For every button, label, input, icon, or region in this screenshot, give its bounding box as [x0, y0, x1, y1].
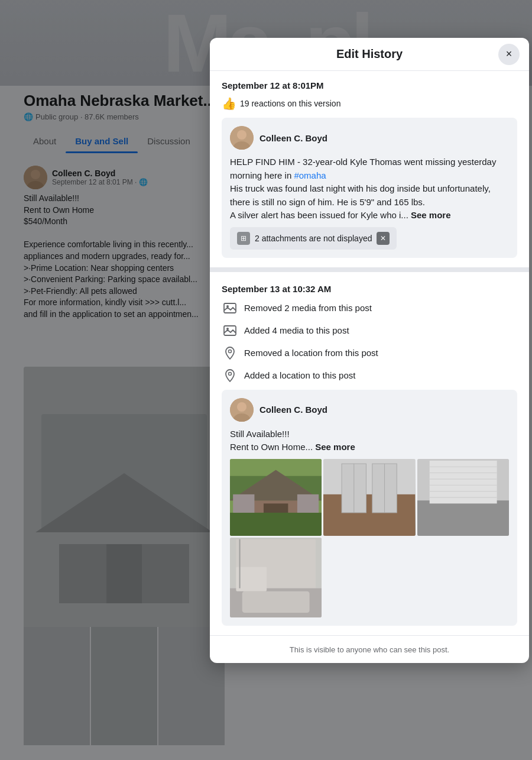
modal-title: Edit History [336, 47, 403, 61]
close-button[interactable]: × [498, 44, 520, 65]
image-grid-bottom [230, 538, 509, 617]
image-placeholder-2 [417, 538, 509, 617]
svg-point-16 [229, 372, 232, 375]
post-card-2-header: Colleen C. Boyd [230, 398, 509, 422]
post-card-2: Colleen C. Boyd Still Available!!! Rent … [222, 390, 517, 626]
post-card-2-text: Still Available!!! Rent to Own Home... S… [230, 428, 509, 454]
image-grid-top [230, 459, 509, 536]
svg-rect-35 [417, 500, 509, 536]
attachment-x-icon: ✕ [377, 232, 390, 245]
change-text-added-location: Added a location to this post [244, 370, 355, 380]
see-more-2[interactable]: See more [315, 442, 355, 452]
post-card-1-header: Colleen C. Boyd [230, 126, 509, 150]
svg-rect-46 [242, 591, 310, 612]
image-bathroom [230, 538, 322, 617]
attachments-badge: ⊞ 2 attachments are not displayed ✕ [230, 227, 397, 250]
image-exterior [230, 459, 322, 536]
modal-header: Edit History × [210, 38, 529, 71]
change-text-removed-location: Removed a location from this post [244, 348, 378, 358]
svg-rect-26 [233, 494, 254, 512]
modal-footer: This is visible to anyone who can see th… [210, 635, 529, 663]
svg-rect-25 [230, 512, 322, 535]
media-remove-icon [222, 300, 238, 316]
edit-history-modal: Edit History × September 12 at 8:01PM 👍 … [210, 38, 529, 663]
edit-section-1: September 12 at 8:01PM 👍 19 reactions on… [210, 71, 529, 258]
modal-body[interactable]: September 12 at 8:01PM 👍 19 reactions on… [210, 71, 529, 635]
change-text-added-media: Added 4 media to this post [244, 325, 349, 335]
avatar-1 [230, 126, 254, 150]
media-add-icon [222, 322, 238, 339]
see-more-1[interactable]: See more [411, 210, 451, 220]
section2-date: September 13 at 10:32 AM [222, 284, 517, 294]
change-added-media: Added 4 media to this post [222, 322, 517, 339]
section1-date: September 12 at 8:01PM [222, 80, 517, 90]
location-remove-icon [222, 345, 238, 361]
svg-point-15 [229, 350, 232, 352]
section-divider [210, 267, 529, 272]
footer-text: This is visible to anyone who can see th… [290, 645, 449, 654]
post-card-1: Colleen C. Boyd HELP FIND HIM - 32-year-… [222, 118, 517, 258]
change-text-removed-media: Removed 2 media from this post [244, 303, 372, 313]
svg-point-9 [237, 130, 246, 140]
attachments-text: 2 attachments are not displayed [255, 234, 372, 243]
location-add-icon [222, 367, 238, 384]
change-added-location: Added a location to this post [222, 367, 517, 384]
thumbs-up-icon: 👍 [222, 96, 236, 111]
image-interior2 [417, 459, 509, 536]
svg-rect-48 [239, 539, 241, 588]
reactions-text: 19 reactions on this version [240, 99, 340, 108]
change-removed-location: Removed a location from this post [222, 345, 517, 361]
post-card-1-author: Colleen C. Boyd [259, 133, 327, 143]
svg-rect-27 [297, 494, 319, 512]
post-card-2-author: Colleen C. Boyd [259, 405, 327, 415]
image-placeholder-1 [323, 538, 415, 617]
svg-rect-47 [236, 567, 267, 591]
hashtag-omaha: #omaha [294, 170, 326, 180]
change-removed-media: Removed 2 media from this post [222, 300, 517, 316]
avatar-2 [230, 398, 254, 422]
reactions-row: 👍 19 reactions on this version [222, 96, 517, 111]
image-interior1 [323, 459, 415, 536]
svg-point-18 [237, 402, 246, 412]
attachment-icon: ⊞ [237, 232, 250, 245]
svg-rect-29 [323, 494, 415, 535]
edit-section-2: September 13 at 10:32 AM Removed 2 media… [210, 274, 529, 626]
post-card-1-text: HELP FIND HIM - 32-year-old Kyle Thomas … [230, 156, 509, 222]
